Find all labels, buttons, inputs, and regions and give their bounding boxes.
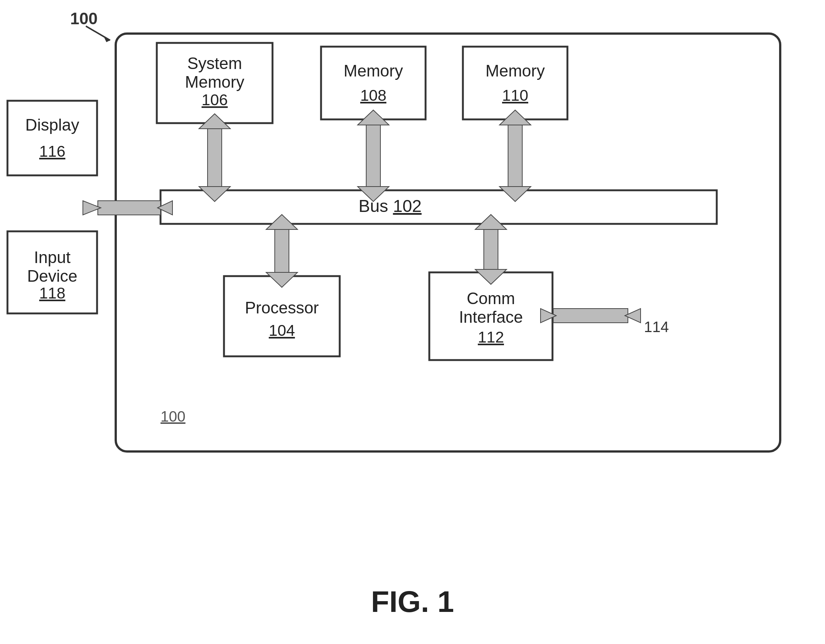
svg-rect-21: [553, 308, 628, 323]
input-device-label1: Input: [34, 248, 71, 267]
system-memory-label2: Memory: [185, 73, 244, 91]
comm-external-arrow-114: [541, 308, 641, 323]
comm-ref: 112: [478, 328, 504, 346]
comm-label2: Interface: [459, 308, 523, 326]
processor-label: Processor: [245, 299, 319, 317]
svg-rect-6: [366, 121, 380, 189]
svg-rect-15: [484, 226, 498, 271]
outer-ref-100-label: 100: [70, 9, 97, 28]
svg-rect-12: [275, 226, 289, 275]
display-ref: 116: [39, 143, 65, 160]
system-memory-ref: 106: [202, 91, 228, 109]
input-device-label2: Device: [27, 267, 78, 285]
display-label: Display: [25, 116, 79, 134]
bus-bar: [161, 190, 717, 224]
arrow-114-label: 114: [644, 319, 669, 335]
input-device-ref: 118: [39, 284, 65, 302]
memory-108-box: [321, 47, 426, 119]
figure-caption: FIG. 1: [371, 585, 454, 618]
display-box: [8, 101, 97, 176]
inner-ref-100: 100: [161, 408, 185, 425]
memory-108-label: Memory: [344, 62, 403, 80]
memory-108-ref: 108: [360, 86, 386, 104]
svg-rect-18: [98, 201, 161, 215]
svg-rect-9: [508, 121, 522, 189]
memory-110-ref: 110: [502, 86, 528, 104]
memory-110-box: [463, 47, 567, 119]
bus-label: Bus 102: [359, 196, 422, 216]
processor-ref: 104: [269, 322, 295, 339]
comm-label1: Comm: [467, 289, 515, 307]
svg-rect-3: [207, 125, 222, 189]
system-memory-label: System: [187, 54, 242, 72]
main-diagram: .box-rect { fill: white; stroke: #333; s…: [0, 0, 825, 644]
memory-110-label: Memory: [486, 62, 545, 80]
